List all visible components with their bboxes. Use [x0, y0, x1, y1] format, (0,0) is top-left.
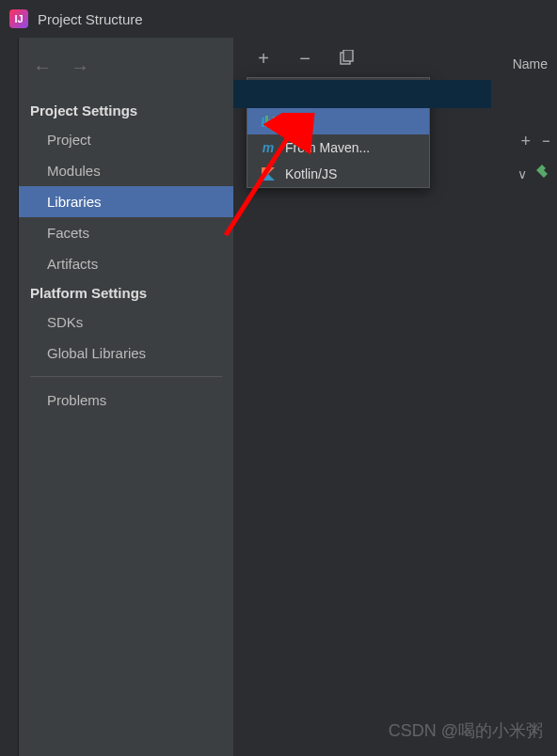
kotlin-icon: [261, 166, 276, 181]
popup-item-java[interactable]: Java: [247, 108, 429, 134]
sidebar-item-artifacts[interactable]: Artifacts: [19, 248, 233, 279]
name-column-header: Name: [513, 56, 548, 71]
remove-library-button[interactable]: −: [294, 47, 316, 70]
popup-item-label: Java: [285, 114, 313, 129]
sidebar-item-modules[interactable]: Modules: [19, 155, 233, 186]
sidebar-item-libraries[interactable]: Libraries: [19, 186, 233, 217]
svg-rect-4: [269, 119, 272, 127]
project-settings-header: Project Settings: [19, 97, 233, 124]
popup-item-maven[interactable]: m From Maven...: [247, 134, 429, 161]
forward-arrow-icon[interactable]: →: [71, 56, 89, 78]
copy-library-button[interactable]: [335, 47, 358, 70]
title-bar: IJ Project Structure: [0, 0, 557, 38]
chevron-down-icon[interactable]: ∨: [517, 166, 527, 181]
window-title: Project Structure: [38, 11, 143, 27]
hammer-icon: [534, 165, 549, 182]
svg-rect-3: [265, 116, 268, 127]
svg-rect-1: [343, 50, 353, 61]
svg-rect-2: [262, 118, 264, 127]
sidebar-divider: [30, 376, 222, 377]
intellij-app-icon: IJ: [9, 9, 28, 28]
back-arrow-icon[interactable]: ←: [33, 56, 52, 78]
library-list-selection[interactable]: [233, 80, 491, 108]
popup-item-label: From Maven...: [285, 140, 370, 155]
remove-item-button[interactable]: −: [542, 132, 549, 151]
library-toolbar: + −: [233, 38, 557, 79]
platform-settings-header: Platform Settings: [19, 279, 233, 307]
java-lib-icon: [261, 114, 276, 129]
maven-icon: m: [261, 140, 276, 155]
sidebar-item-sdks[interactable]: SDKs: [19, 307, 233, 338]
left-gutter: [0, 38, 19, 756]
sidebar-item-facets[interactable]: Facets: [19, 217, 233, 248]
svg-rect-5: [273, 117, 275, 127]
center-panel: + − New Project Library Java m From Mave…: [233, 38, 557, 756]
sidebar-item-global-libraries[interactable]: Global Libraries: [19, 338, 233, 369]
popup-item-kotlinjs[interactable]: Kotlin/JS: [247, 161, 429, 187]
add-library-button[interactable]: +: [252, 47, 275, 70]
add-item-button[interactable]: +: [520, 132, 531, 151]
module-tree-row[interactable]: ∨: [517, 165, 549, 182]
sidebar-item-problems[interactable]: Problems: [19, 385, 233, 416]
popup-item-label: Kotlin/JS: [285, 166, 337, 181]
watermark: CSDN @喝的小米粥: [389, 719, 543, 742]
sidebar-item-project[interactable]: Project: [19, 124, 233, 155]
sidebar: ← → Project Settings Project Modules Lib…: [19, 38, 233, 756]
